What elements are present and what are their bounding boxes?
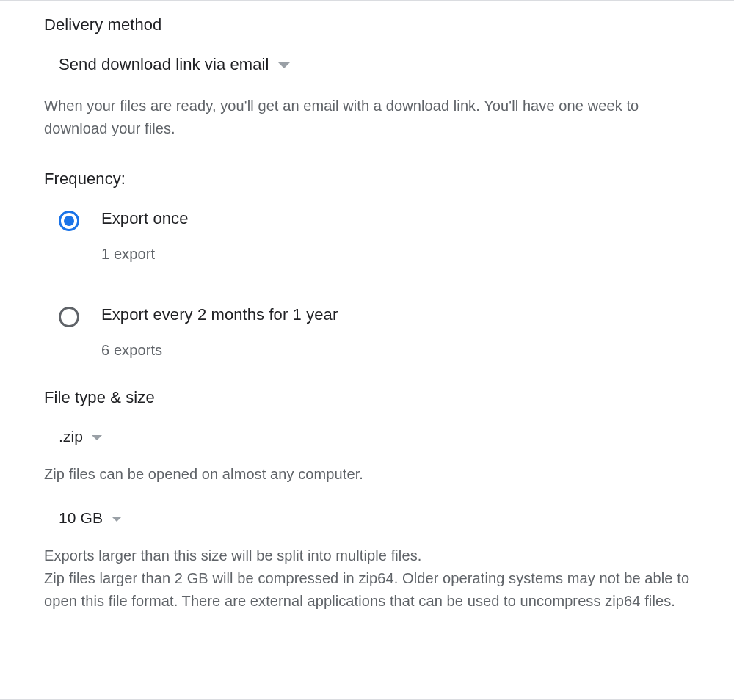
delivery-method-dropdown[interactable]: Send download link via email: [59, 55, 290, 74]
delivery-method-selected: Send download link via email: [59, 55, 269, 74]
file-size-selected: 10 GB: [59, 509, 103, 527]
file-type-size-heading: File type & size: [44, 388, 690, 407]
frequency-option-export-once[interactable]: Export once 1 export: [59, 209, 690, 263]
radio-label: Export once: [101, 209, 189, 228]
radio-label: Export every 2 months for 1 year: [101, 305, 338, 324]
chevron-down-icon: [112, 517, 122, 522]
delivery-method-description: When your files are ready, you'll get an…: [44, 95, 690, 140]
radio-icon: [59, 307, 79, 327]
file-size-description: Exports larger than this size will be sp…: [44, 544, 690, 613]
file-type-description: Zip files can be opened on almost any co…: [44, 463, 690, 486]
radio-icon: [59, 211, 79, 231]
delivery-method-heading: Delivery method: [44, 15, 690, 34]
file-type-selected: .zip: [59, 428, 83, 445]
frequency-heading: Frequency:: [44, 169, 690, 189]
radio-sublabel: 1 export: [101, 246, 189, 263]
radio-sublabel: 6 exports: [101, 342, 338, 359]
export-settings-panel: Delivery method Send download link via e…: [0, 1, 734, 635]
chevron-down-icon: [278, 62, 290, 68]
frequency-option-export-every-2-months[interactable]: Export every 2 months for 1 year 6 expor…: [59, 305, 690, 359]
frequency-radio-group: Export once 1 export Export every 2 mont…: [59, 209, 690, 359]
file-size-dropdown[interactable]: 10 GB: [59, 509, 122, 527]
chevron-down-icon: [92, 435, 102, 440]
file-type-dropdown[interactable]: .zip: [59, 428, 102, 445]
